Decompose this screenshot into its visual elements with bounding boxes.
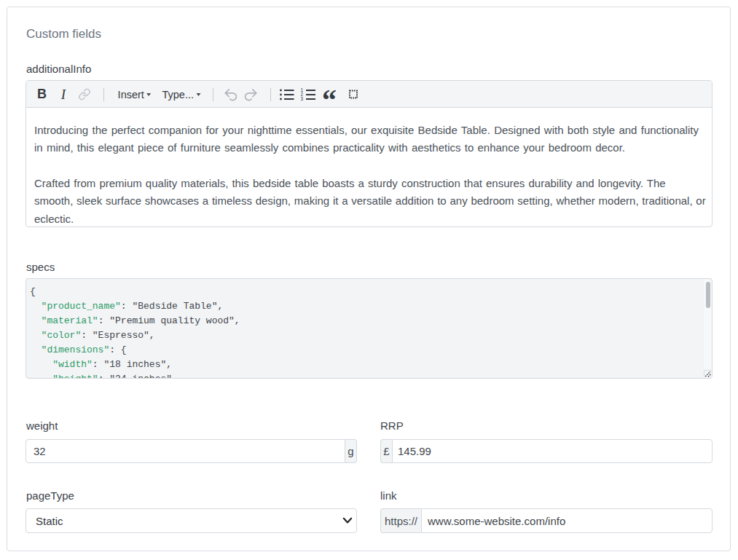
- svg-text:3: 3: [301, 96, 304, 101]
